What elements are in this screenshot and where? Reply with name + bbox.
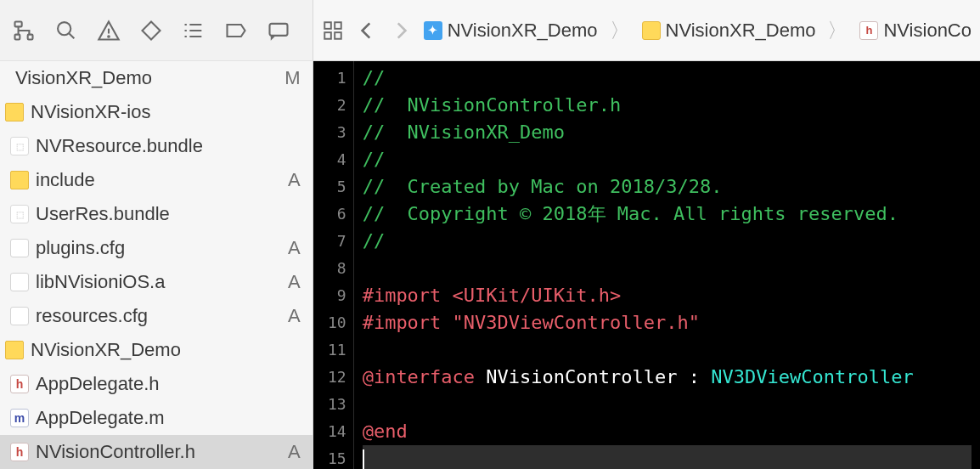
folder-icon: [5, 103, 24, 121]
chat-icon[interactable]: [267, 19, 290, 42]
badge: A: [288, 237, 301, 259]
tree-item-group[interactable]: NVisionXR-ios: [0, 95, 313, 129]
navigator-toolbar: [0, 0, 313, 61]
tree-item-file[interactable]: plugins.cfg A: [0, 231, 313, 265]
forward-icon[interactable]: [390, 20, 412, 42]
file-icon: [10, 239, 29, 257]
line-gutter: 123456789101112131415: [313, 61, 354, 469]
badge: A: [288, 169, 301, 191]
breadcrumb-folder[interactable]: NVisionXR_Demo: [642, 20, 816, 42]
tree-item-file[interactable]: h AppDelegate.h: [0, 367, 313, 401]
svg-rect-1: [15, 34, 20, 39]
tree-item-file[interactable]: m AppDelegate.m: [0, 401, 313, 435]
breadcrumb-project[interactable]: ✦ NVisionXR_Demo: [424, 20, 598, 42]
structure-icon[interactable]: [12, 19, 36, 42]
tree-item-label: NVisionController.h: [36, 441, 195, 463]
tree-item-file-selected[interactable]: h NVisionController.h A: [0, 435, 313, 469]
chevron-right-icon: 〉: [827, 17, 848, 44]
breadcrumb-label: NVisionXR_Demo: [666, 20, 816, 42]
svg-rect-5: [270, 23, 288, 35]
tree-item-label: plugins.cfg: [36, 237, 125, 259]
tree-item-label: VisionXR_Demo: [15, 67, 152, 89]
warning-icon[interactable]: [97, 19, 121, 42]
tag-icon[interactable]: [224, 19, 248, 42]
breadcrumb-label: NVisionXR_Demo: [448, 20, 598, 42]
svg-rect-0: [15, 21, 22, 26]
svg-rect-6: [324, 22, 331, 29]
chevron-right-icon: 〉: [610, 17, 630, 44]
project-navigator: VisionXR_Demo M NVisionXR-ios ⬚ NVResour…: [0, 0, 313, 469]
h-file-icon: h: [859, 21, 878, 40]
related-items-icon[interactable]: [322, 20, 344, 42]
svg-rect-7: [335, 22, 341, 29]
code-editor[interactable]: 123456789101112131415 //// NVisionContro…: [313, 61, 980, 469]
code-content[interactable]: //// NVisionController.h// NVisionXR_Dem…: [354, 61, 980, 469]
folder-icon: [10, 171, 29, 189]
editor-toolbar: ✦ NVisionXR_Demo 〉 NVisionXR_Demo 〉 h NV…: [313, 0, 980, 61]
file-icon: [10, 273, 29, 291]
h-file-icon: h: [10, 375, 29, 393]
tree-item-label: AppDelegate.h: [36, 373, 160, 395]
tree-item-label: libNVisioniOS.a: [36, 271, 165, 293]
tree-item-project[interactable]: VisionXR_Demo M: [0, 61, 313, 95]
search-icon[interactable]: [54, 19, 78, 42]
tree-item-label: NVisionXR_Demo: [31, 339, 181, 361]
h-file-icon: h: [10, 443, 29, 461]
tree-item-label: resources.cfg: [36, 305, 148, 327]
file-tree: VisionXR_Demo M NVisionXR-ios ⬚ NVResour…: [0, 61, 313, 469]
folder-icon: [5, 341, 24, 359]
diamond-icon[interactable]: [139, 19, 163, 42]
svg-rect-8: [324, 32, 331, 39]
tree-item-file[interactable]: resources.cfg A: [0, 299, 313, 333]
tree-item-group[interactable]: NVisionXR_Demo: [0, 333, 313, 367]
file-icon: [10, 307, 29, 325]
bundle-icon: ⬚: [10, 205, 29, 223]
svg-point-3: [58, 22, 70, 35]
badge: M: [284, 67, 300, 89]
badge: A: [288, 305, 301, 327]
breadcrumb-label: NVisionCo: [883, 20, 972, 42]
svg-point-4: [108, 36, 110, 37]
tree-item-label: include: [36, 169, 95, 191]
tree-item-file[interactable]: ⬚ UserRes.bundle: [0, 197, 313, 231]
svg-rect-9: [335, 32, 341, 39]
tree-item-label: NVResource.bundle: [36, 135, 203, 157]
back-icon[interactable]: [356, 20, 378, 42]
badge: A: [288, 441, 301, 463]
tree-item-file[interactable]: libNVisioniOS.a A: [0, 265, 313, 299]
tree-item-file[interactable]: ⬚ NVResource.bundle: [0, 129, 313, 163]
folder-icon: [642, 21, 661, 40]
tree-item-label: NVisionXR-ios: [31, 101, 150, 123]
project-icon: ✦: [424, 21, 442, 40]
editor-pane: ✦ NVisionXR_Demo 〉 NVisionXR_Demo 〉 h NV…: [313, 0, 980, 469]
list-icon[interactable]: [182, 19, 206, 42]
tree-item-label: AppDelegate.m: [36, 407, 165, 429]
m-file-icon: m: [10, 409, 29, 427]
bundle-icon: ⬚: [10, 137, 29, 155]
svg-rect-2: [28, 34, 33, 39]
tree-item-group[interactable]: include A: [0, 163, 313, 197]
tree-item-label: UserRes.bundle: [36, 203, 170, 225]
badge: A: [288, 271, 301, 293]
breadcrumb-file[interactable]: h NVisionCo: [859, 20, 972, 42]
